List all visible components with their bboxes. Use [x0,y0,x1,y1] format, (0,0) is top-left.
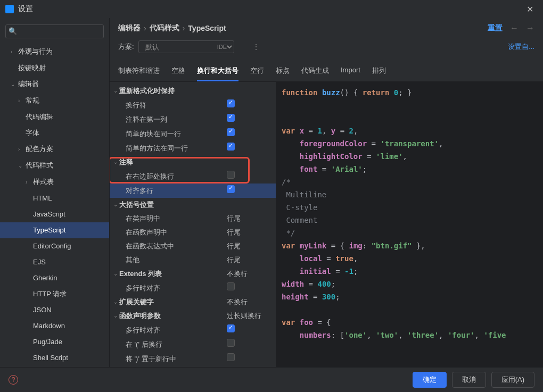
option-row[interactable]: 多行时对齐 [110,281,276,295]
ok-button[interactable]: 确定 [413,372,447,388]
option-row[interactable]: 简单的方法在同一行 [110,141,276,155]
option-row[interactable]: 换行符 [110,98,276,112]
chevron-icon: › [18,95,24,107]
sidebar-item[interactable]: Gherkin [0,270,109,286]
scheme-select[interactable]: 默认 [138,40,234,53]
option-checkbox[interactable] [227,99,235,107]
sidebar-item[interactable]: HTML [0,190,109,206]
chevron-down-icon: ⌄ [112,269,119,279]
chevron-icon: › [18,144,24,155]
forward-icon[interactable]: → [526,23,534,33]
tab[interactable]: 空格 [171,66,185,81]
gear-icon[interactable]: ⋮ [252,43,260,51]
option-section[interactable]: ⌄重新格式化时保持 [110,84,276,98]
apply-button[interactable]: 应用(A) [491,372,534,388]
chevron-right-icon: › [144,24,146,32]
chevron-down-icon: ⌄ [112,199,119,210]
option-checkbox[interactable] [227,324,235,332]
sidebar-item[interactable]: TOML [0,366,109,367]
option-checkbox[interactable] [227,353,235,361]
option-row[interactable]: 在右边距处换行 [110,169,276,184]
option-checkbox[interactable] [227,171,235,179]
sidebar-item[interactable]: ›配色方案 [0,141,109,157]
breadcrumb-b[interactable]: 代码样式 [150,23,179,33]
option-row[interactable]: 其他行尾 [110,253,276,267]
app-icon [5,5,14,13]
chevron-down-icon: ⌄ [112,86,119,96]
option-row[interactable]: 注释在第一列 [110,112,276,127]
option-row[interactable]: 在函数声明中行尾 [110,226,276,239]
option-checkbox[interactable] [227,114,235,122]
sidebar-item[interactable]: Pug/Jade [0,334,109,350]
sidebar-item[interactable]: ⌄代码样式 [0,157,109,174]
option-section[interactable]: ⌄函数调用实参不换行 [110,366,276,367]
option-checkbox[interactable] [227,143,235,151]
chevron-icon: › [11,46,17,58]
sidebar-item[interactable]: EditorConfig [0,238,109,254]
sidebar-item[interactable]: ›外观与行为 [0,44,109,60]
chevron-icon: ⌄ [11,79,17,90]
sidebar-item[interactable]: EJS [0,254,109,270]
option-row[interactable]: 多行时对齐 [110,323,276,337]
option-row[interactable]: 简单的块在同一行 [110,127,276,141]
chevron-icon: ⌄ [18,160,24,172]
sidebar-item[interactable]: Markdown [0,318,109,334]
tab[interactable]: 排列 [372,66,386,81]
option-row[interactable]: 在 '(' 后换行 [110,337,276,352]
option-checkbox[interactable] [227,185,235,193]
tab[interactable]: 制表符和缩进 [118,66,160,81]
tab[interactable]: 空行 [250,66,264,81]
sidebar-item[interactable]: ⌄编辑器 [0,76,109,93]
sidebar-item[interactable]: Shell Script [0,350,109,366]
option-row[interactable]: 对齐多行 [110,184,276,198]
back-icon[interactable]: ← [510,23,519,33]
option-checkbox[interactable] [227,128,235,136]
chevron-down-icon: ⌄ [112,157,119,168]
search-input[interactable] [5,24,104,38]
option-row[interactable]: 在类声明中行尾 [110,212,276,226]
sidebar-item[interactable]: 代码编辑 [0,109,109,125]
close-icon[interactable]: ✕ [522,2,538,16]
sidebar-item[interactable]: ›常规 [0,93,109,109]
help-icon[interactable]: ? [9,375,18,385]
search-icon: 🔍 [9,27,17,35]
window-title: 设置 [18,4,522,14]
sidebar-item[interactable]: JavaScript [0,206,109,222]
sidebar-item[interactable]: 字体 [0,125,109,141]
sidebar-item[interactable]: TypeScript [0,222,109,238]
option-checkbox[interactable] [227,339,235,347]
option-row[interactable]: 将 ')' 置于新行中 [110,352,276,366]
sidebar-item[interactable]: JSON [0,302,109,318]
option-section[interactable]: ⌄注释 [110,155,276,169]
sidebar-item[interactable]: HTTP 请求 [0,286,109,302]
code-preview: function buzz() { return 0; } var x = 1,… [276,82,543,367]
reset-link[interactable]: 重置 [488,23,503,33]
tab[interactable]: 代码生成 [301,66,329,81]
set-from-link[interactable]: 设置自... [508,42,534,52]
breadcrumb-a[interactable]: 编辑器 [118,23,141,33]
scheme-label: 方案: [118,42,134,52]
tab[interactable]: 换行和大括号 [197,66,238,81]
breadcrumb-c: TypeScript [188,24,226,32]
chevron-right-icon: › [183,24,185,32]
option-row[interactable]: 在函数表达式中行尾 [110,239,276,253]
chevron-down-icon: ⌄ [112,311,119,321]
chevron-down-icon: ⌄ [112,297,119,307]
cancel-button[interactable]: 取消 [452,372,486,388]
option-section[interactable]: ⌄Extends 列表不换行 [110,267,276,281]
tab[interactable]: 标点 [276,66,290,81]
chevron-icon: › [26,177,32,188]
option-section[interactable]: ⌄扩展关键字不换行 [110,295,276,309]
option-checkbox[interactable] [227,282,235,290]
option-section[interactable]: ⌄大括号位置 [110,198,276,212]
sidebar-item[interactable]: ›样式表 [0,174,109,190]
tab[interactable]: Import [341,66,360,81]
option-section[interactable]: ⌄函数声明参数过长则换行 [110,309,276,323]
sidebar-item[interactable]: 按键映射 [0,60,109,76]
